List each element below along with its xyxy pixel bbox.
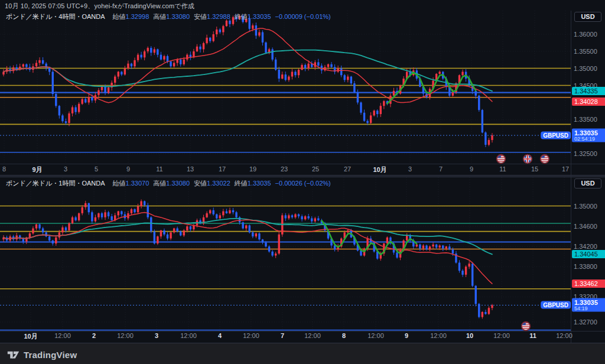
- time-axis-label: 19: [249, 165, 256, 173]
- time-axis-label: 5: [95, 165, 98, 173]
- time-axis-label: 17: [219, 165, 226, 173]
- currency-button-1h[interactable]: USD: [574, 178, 601, 188]
- price-axis-label: 1.35000: [574, 203, 597, 210]
- legend-4h[interactable]: ポンド／米ドル・4時間・OANDA始値1.32998高値1.33080安値1.3…: [6, 12, 331, 21]
- time-axis-label: 7: [281, 332, 284, 339]
- price-axis-label: 1.32500: [574, 150, 597, 157]
- pane-1h[interactable]: [0, 177, 571, 332]
- currency-button-4h[interactable]: USD: [574, 12, 601, 22]
- ma-value-badge: 1.34045: [572, 250, 605, 258]
- time-axis-label: 12:00: [430, 332, 447, 339]
- time-axis-label: 10月: [373, 165, 386, 174]
- time-axis-label: 3: [408, 165, 412, 173]
- time-axis-label: 12:00: [54, 332, 71, 339]
- price-axis-label: 1.34600: [574, 223, 597, 230]
- economic-event-flag-uk[interactable]: [523, 155, 532, 163]
- time-axis-label: 8: [342, 332, 346, 339]
- economic-event-flag-us[interactable]: [497, 155, 505, 163]
- close-value-4h: 1.33035: [248, 13, 271, 20]
- time-axis-label: 12:00: [180, 332, 197, 339]
- legend-1h[interactable]: ポンド／米ドル・1時間・OANDA始値1.33070高値1.33080安値1.3…: [6, 179, 331, 188]
- economic-event-flag-us[interactable]: [522, 322, 530, 330]
- time-axis-label: 23: [281, 165, 288, 173]
- current-price-badge: 1.3303502:54:19: [572, 129, 605, 142]
- ma-value-badge: 1.34335: [572, 87, 605, 95]
- low-value-1h: 1.33022: [207, 180, 230, 187]
- symbol-title-4h[interactable]: ポンド／米ドル・4時間・OANDA: [6, 13, 105, 20]
- time-axis-label: 11: [529, 332, 536, 339]
- low-value-4h: 1.32988: [207, 13, 230, 20]
- time-axis-label: 9: [126, 165, 130, 173]
- time-axis-label: 10: [466, 332, 473, 339]
- close-value-1h: 1.33035: [248, 180, 271, 187]
- time-axis-label: 12:00: [493, 332, 510, 339]
- high-value-1h: 1.33080: [166, 180, 190, 187]
- high-value-4h: 1.33080: [166, 13, 190, 20]
- time-axis-label: 11: [156, 165, 162, 173]
- symbol-price-label: GBPUSD: [541, 301, 571, 309]
- time-axis-label: 11: [499, 165, 506, 173]
- time-axis-label: 8: [2, 165, 6, 173]
- time-axis-label: 3: [155, 332, 158, 339]
- time-axis-label: 3: [64, 165, 67, 173]
- change-value-1h: −0.00026 (−0.02%): [275, 180, 331, 187]
- symbol-title-1h[interactable]: ポンド／米ドル・1時間・OANDA: [6, 180, 105, 187]
- time-axis-label: 25: [312, 165, 319, 173]
- ma-value-badge: 1.33462: [572, 280, 605, 288]
- price-axis-label: 1.35500: [574, 48, 597, 55]
- time-axis-label: 12:00: [304, 332, 321, 339]
- open-value-4h: 1.32998: [126, 13, 149, 20]
- time-axis-label: 10月: [24, 332, 37, 341]
- tradingview-logo-icon: [7, 349, 19, 361]
- price-axis-label: 1.34200: [574, 243, 597, 250]
- economic-event-flag-us[interactable]: [541, 155, 549, 163]
- bar-countdown: 02:54:19: [574, 136, 605, 142]
- tradingview-logo[interactable]: TradingView: [7, 349, 77, 361]
- time-axis-label: 12:00: [243, 332, 259, 339]
- time-axis-label: 12:00: [367, 332, 384, 339]
- time-axis-label: 2: [92, 332, 96, 339]
- price-axis-label: 1.35000: [574, 65, 597, 72]
- time-axis-label: 13: [187, 165, 194, 173]
- time-axis-label: 9: [405, 332, 408, 339]
- time-axis-label: 4: [218, 332, 222, 339]
- current-price-badge: 1.3303554:19: [572, 298, 605, 312]
- price-axis-label: 1.32700: [574, 318, 597, 326]
- ma-value-badge: 1.34028: [572, 98, 605, 106]
- time-axis-label: 12:00: [556, 332, 573, 339]
- time-axis-label: 9月: [32, 165, 42, 174]
- price-axis-label: 1.36000: [574, 31, 597, 38]
- open-value-1h: 1.33070: [126, 180, 149, 187]
- price-axis-label: 1.33800: [574, 263, 597, 270]
- symbol-price-label: GBPUSD: [541, 132, 571, 139]
- price-axis-label: 1.33500: [574, 116, 597, 123]
- time-axis-label: 15: [531, 165, 538, 173]
- chart-creation-caption: 10月 10, 2025 07:05 UTC+9、yohei-fxがTradin…: [5, 2, 194, 11]
- time-axis-label: 12:00: [117, 332, 134, 339]
- change-value-4h: −0.00009 (−0.01%): [275, 13, 331, 20]
- time-axis-label: 27: [344, 165, 351, 173]
- bar-countdown: 54:19: [574, 306, 605, 312]
- time-axis-label: 7: [439, 165, 443, 173]
- time-axis-label: 17: [562, 165, 569, 173]
- time-axis-label: 9: [470, 165, 473, 173]
- tradingview-logo-text: TradingView: [24, 350, 77, 360]
- pane-4h[interactable]: [0, 11, 571, 164]
